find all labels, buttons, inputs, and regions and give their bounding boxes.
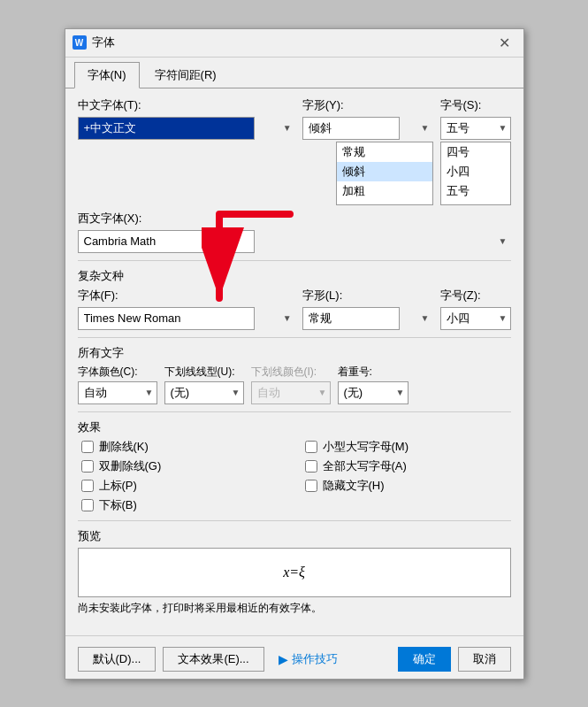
tab-spacing[interactable]: 字符间距(R): [141, 62, 230, 88]
font-color-field: 字体颜色(C): 自动 ▼: [78, 365, 157, 404]
strikethrough-item: 删除线(K): [81, 439, 287, 455]
style-item-bold[interactable]: 加粗: [337, 181, 432, 201]
hidden-checkbox[interactable]: [305, 480, 317, 492]
complex-font-group: 字体(F): Times New Roman ▼: [78, 288, 295, 330]
size-item-xiaosi[interactable]: 小四: [441, 162, 510, 181]
all-caps-item: 全部大写字母(A): [305, 458, 511, 474]
effects-label: 效果: [78, 419, 511, 435]
tab-font[interactable]: 字体(N): [74, 62, 140, 88]
bottom-divider: [65, 635, 523, 636]
divider-2: [78, 337, 511, 338]
underline-color-label: 下划线颜色(I):: [251, 365, 331, 380]
style-item-italic[interactable]: 倾斜: [337, 162, 432, 181]
bottom-bar: 默认(D)... 文本效果(E)... ▶ 操作技巧 确定 取消: [65, 640, 523, 679]
emphasis-select[interactable]: (无): [338, 381, 409, 404]
style-item-normal[interactable]: 常规: [337, 142, 432, 162]
style-list[interactable]: 常规 倾斜 加粗: [336, 142, 433, 205]
emphasis-label: 着重号:: [338, 365, 409, 380]
superscript-item: 上标(P): [81, 478, 287, 494]
font-color-label: 字体颜色(C):: [78, 365, 157, 380]
font-color-select[interactable]: 自动: [78, 381, 157, 404]
western-font-group: 西文字体(X): Cambria Math ▼: [78, 211, 511, 253]
play-icon: ▶: [279, 652, 288, 666]
chinese-font-select[interactable]: +中文正文: [78, 117, 255, 140]
hidden-label: 隐藏文字(H): [323, 478, 385, 494]
complex-row: 字体(F): Times New Roman ▼ 字形(L): 常规: [78, 288, 511, 330]
hidden-item: 隐藏文字(H): [305, 478, 511, 494]
tips-label: 操作技巧: [292, 651, 338, 667]
close-button[interactable]: ✕: [493, 33, 516, 52]
complex-size-group: 字号(Z): 小四 ▼: [440, 288, 511, 330]
preview-note: 尚未安装此字体，打印时将采用最相近的有效字体。: [78, 601, 511, 616]
superscript-label: 上标(P): [99, 478, 137, 494]
small-caps-checkbox[interactable]: [305, 441, 317, 453]
style-field-group: 字形(Y): 倾斜 ▼: [302, 97, 433, 140]
complex-style-label: 字形(L):: [302, 288, 433, 304]
complex-style-group: 字形(L): 常规 ▼: [302, 288, 433, 330]
tips-button[interactable]: ▶ 操作技巧: [271, 647, 345, 672]
chinese-font-select-wrapper: +中文正文 ▼: [78, 117, 295, 140]
style-arrow: ▼: [421, 123, 430, 133]
size-select-wrapper: 五号 ▼: [440, 117, 511, 140]
color-row: 字体颜色(C): 自动 ▼ 下划线线型(U): (无): [78, 365, 511, 404]
dialog-content: 中文字体(T): +中文正文 ▼ 字形(Y): 倾斜 ▼: [65, 88, 523, 632]
subscript-checkbox[interactable]: [81, 499, 94, 511]
divider-1: [78, 260, 511, 261]
size-list[interactable]: 四号 小四 五号: [440, 142, 511, 205]
complex-style-select[interactable]: 常规: [302, 307, 400, 330]
chinese-font-row: 中文字体(T): +中文正文 ▼ 字形(Y): 倾斜 ▼: [78, 97, 511, 140]
double-strikethrough-checkbox[interactable]: [81, 460, 94, 473]
text-effect-button[interactable]: 文本效果(E)...: [163, 647, 263, 672]
size-item-4[interactable]: 四号: [441, 142, 510, 162]
subscript-item: 下标(B): [81, 497, 287, 513]
preview-label: 预览: [78, 528, 511, 544]
preview-box: x=ξ: [78, 548, 511, 597]
complex-font-arrow: ▼: [283, 313, 292, 323]
size-field-group: 字号(S): 五号 ▼: [440, 97, 511, 140]
small-caps-item: 小型大写字母(M): [305, 439, 511, 455]
western-font-select-wrapper: Cambria Math ▼: [78, 230, 511, 253]
complex-style-select-wrapper: 常规 ▼: [302, 307, 433, 330]
double-strikethrough-label: 双删除线(G): [99, 458, 162, 474]
dialog-title: 字体: [92, 35, 115, 50]
list-row: 常规 倾斜 加粗 四号 小四 五号: [78, 142, 511, 205]
chinese-font-group: 中文字体(T): +中文正文 ▼: [78, 97, 295, 140]
ok-button[interactable]: 确定: [398, 647, 451, 672]
western-font-arrow: ▼: [499, 236, 508, 246]
font-color-select-wrapper: 自动 ▼: [78, 381, 157, 404]
default-button[interactable]: 默认(D)...: [78, 647, 157, 672]
cancel-button[interactable]: 取消: [458, 647, 511, 672]
style-label: 字形(Y):: [302, 97, 433, 113]
style-select-wrapper: 倾斜 ▼: [302, 117, 433, 140]
complex-size-select-wrapper: 小四 ▼: [440, 307, 511, 330]
strikethrough-label: 删除线(K): [99, 439, 149, 455]
underline-type-select[interactable]: (无): [164, 381, 244, 404]
underline-type-select-wrapper: (无) ▼: [164, 381, 244, 404]
subscript-label: 下标(B): [99, 497, 137, 513]
small-caps-label: 小型大写字母(M): [323, 439, 409, 455]
style-select[interactable]: 倾斜: [302, 117, 400, 140]
chinese-font-arrow: ▼: [283, 123, 292, 133]
double-strikethrough-item: 双删除线(G): [81, 458, 287, 474]
superscript-checkbox[interactable]: [81, 480, 94, 492]
complex-font-select-wrapper: Times New Roman ▼: [78, 307, 295, 330]
underline-color-select-wrapper: 自动 ▼: [251, 381, 331, 404]
size-item-5[interactable]: 五号: [441, 181, 510, 201]
complex-size-label: 字号(Z):: [440, 288, 511, 304]
underline-type-field: 下划线线型(U): (无) ▼: [164, 365, 244, 404]
emphasis-field: 着重号: (无) ▼: [338, 365, 409, 404]
all-caps-checkbox[interactable]: [305, 460, 317, 473]
all-caps-label: 全部大写字母(A): [323, 458, 407, 474]
underline-color-select: 自动: [251, 381, 331, 404]
strikethrough-checkbox[interactable]: [81, 441, 94, 453]
size-label: 字号(S):: [440, 97, 511, 113]
complex-font-label: 字体(F):: [78, 288, 295, 304]
complex-size-select[interactable]: 小四: [440, 307, 511, 330]
size-select[interactable]: 五号: [440, 117, 511, 140]
western-font-select[interactable]: Cambria Math: [78, 230, 255, 253]
title-bar-left: W 字体: [73, 35, 115, 50]
chinese-font-label: 中文字体(T):: [78, 97, 295, 113]
effects-grid: 删除线(K) 小型大写字母(M) 双删除线(G) 全部大写字母(A) 上标(P): [81, 439, 511, 513]
western-font-label: 西文字体(X):: [78, 211, 511, 227]
complex-font-select[interactable]: Times New Roman: [78, 307, 255, 330]
